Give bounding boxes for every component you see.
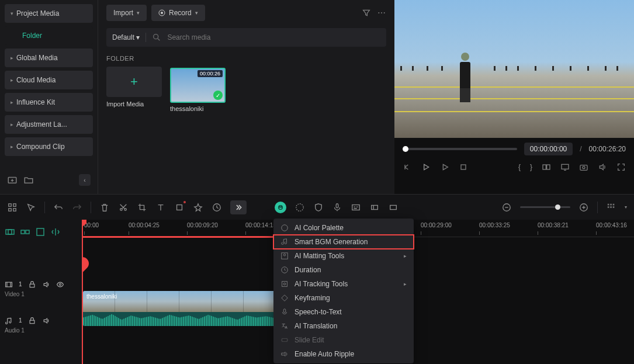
mic-icon[interactable] (332, 202, 342, 213)
menu-ai-matting-tools[interactable]: AI Matting Tools▸ (273, 249, 414, 263)
effects-icon[interactable] (193, 202, 203, 213)
lock-icon[interactable] (28, 280, 36, 289)
keyframe-icon[interactable] (388, 202, 399, 213)
collapse-sidebar-button[interactable]: ‹ (79, 174, 91, 186)
mute-icon[interactable] (42, 317, 50, 325)
marker-icon[interactable] (369, 202, 380, 213)
timeline-clip[interactable]: thessaloniki (83, 291, 276, 326)
svg-rect-10 (562, 164, 569, 169)
menu-duration[interactable]: Duration (273, 263, 414, 277)
svg-point-12 (583, 167, 585, 169)
mark-in-icon[interactable]: { (518, 163, 521, 171)
filter-icon[interactable] (362, 8, 371, 18)
svg-rect-32 (610, 203, 612, 205)
playback-seekbar[interactable] (403, 148, 517, 150)
sort-dropdown[interactable]: Default ▾ (112, 33, 140, 41)
color-icon[interactable] (295, 202, 305, 213)
clock-icon (280, 266, 289, 274)
menu-speech-to-text[interactable]: Speech-to-Text (273, 305, 414, 319)
sidebar-item-folder[interactable]: Folder (5, 26, 93, 45)
menu-ai-color-palette[interactable]: AI Color Palette (273, 221, 414, 235)
sidebar-item-project-media[interactable]: ▾Project Media (5, 4, 93, 23)
import-media-tile[interactable]: + Import Media (106, 67, 162, 112)
svg-rect-35 (610, 206, 612, 208)
redo-icon[interactable] (72, 202, 82, 213)
import-button[interactable]: Import▾ (106, 5, 147, 21)
play-icon[interactable] (421, 162, 431, 172)
chevron-down-icon: ▾ (137, 10, 140, 16)
search-icon (152, 33, 161, 42)
subtitle-icon[interactable] (351, 202, 361, 213)
ai-assistant-icon[interactable] (275, 202, 286, 213)
sidebar-item-cloud-media[interactable]: ▸Cloud Media (5, 71, 93, 89)
svg-point-4 (381, 12, 382, 13)
svg-rect-15 (9, 208, 11, 210)
snapshot-icon[interactable] (579, 162, 588, 172)
volume-icon[interactable] (598, 162, 607, 172)
speech-icon (280, 308, 289, 316)
svg-rect-8 (543, 165, 546, 169)
transform-icon[interactable] (174, 202, 185, 213)
caret-right-icon: ▸ (11, 55, 16, 61)
grid-icon[interactable] (7, 202, 18, 213)
track-toggle-3-icon[interactable] (35, 227, 46, 237)
add-folder-icon[interactable] (7, 175, 18, 185)
svg-point-22 (279, 206, 280, 207)
folder-icon[interactable] (23, 175, 34, 185)
display-icon[interactable] (560, 162, 570, 172)
text-icon[interactable] (155, 202, 166, 213)
undo-icon[interactable] (53, 202, 64, 213)
next-frame-icon[interactable] (440, 162, 449, 172)
media-panel: Import▾ Record▾ Default ▾ FOLDER + Impor… (98, 0, 394, 194)
chevron-down-icon[interactable]: ▾ (625, 204, 627, 210)
media-clip-tile[interactable]: 00:00:26 ✓ thessaloniki (170, 67, 226, 112)
fullscreen-icon[interactable] (616, 162, 626, 172)
more-tools-button[interactable] (230, 200, 247, 214)
sidebar: ▾Project Media Folder ▸Global Media ▸Clo… (0, 0, 98, 194)
track-toggle-4-icon[interactable] (50, 227, 61, 237)
playhead[interactable] (82, 220, 83, 364)
track-toggle-2-icon[interactable] (20, 227, 30, 237)
svg-rect-19 (177, 204, 182, 210)
visibility-icon[interactable] (56, 280, 64, 289)
menu-smart-bgm-generation[interactable]: Smart BGM Generation (273, 235, 414, 249)
sidebar-item-adjustment-layer[interactable]: ▸Adjustment La... (5, 115, 93, 134)
track-toggle-1-icon[interactable] (5, 227, 15, 237)
stop-icon[interactable] (459, 162, 468, 172)
sidebar-item-global-media[interactable]: ▸Global Media (5, 48, 93, 67)
sidebar-item-influence-kit[interactable]: ▸Influence Kit (5, 93, 93, 112)
cut-icon[interactable] (118, 202, 129, 213)
svg-point-48 (283, 254, 286, 256)
zoom-out-icon[interactable] (501, 202, 512, 213)
zoom-in-icon[interactable] (578, 202, 589, 213)
selector-icon[interactable] (26, 202, 36, 213)
menu-keyframing[interactable]: Keyframing (273, 291, 414, 305)
record-button[interactable]: Record▾ (151, 5, 205, 21)
mute-icon[interactable] (42, 280, 50, 289)
shield-icon[interactable] (313, 202, 324, 213)
menu-ai-translation[interactable]: AI Translation (273, 319, 414, 333)
preview-panel: 00:00:00:00 / 00:00:26:20 { } (394, 0, 634, 194)
preview-viewport[interactable] (394, 0, 634, 138)
audio-track-header: 1 Audio 1 (5, 307, 77, 342)
speed-icon[interactable] (212, 202, 222, 213)
view-grid-icon[interactable] (606, 202, 616, 213)
menu-ai-tracking-tools[interactable]: AI Tracking Tools▸ (273, 277, 414, 291)
context-menu: AI Color Palette Smart BGM Generation AI… (273, 219, 414, 363)
svg-rect-33 (613, 203, 615, 205)
svg-rect-11 (580, 165, 587, 171)
sidebar-item-compound-clip[interactable]: ▸Compound Clip (5, 137, 93, 156)
caret-right-icon: ▸ (11, 122, 16, 127)
more-icon[interactable] (377, 8, 386, 18)
compare-icon[interactable] (542, 162, 551, 172)
prev-frame-icon[interactable] (403, 162, 412, 172)
menu-enable-auto-ripple[interactable]: Enable Auto Ripple (273, 347, 414, 361)
search-input[interactable] (167, 33, 380, 41)
delete-icon[interactable] (99, 202, 110, 213)
crop-icon[interactable] (137, 202, 147, 213)
tracking-icon (280, 280, 289, 288)
zoom-slider[interactable] (520, 206, 570, 208)
mark-out-icon[interactable]: } (530, 163, 532, 171)
lock-icon[interactable] (28, 317, 36, 325)
svg-rect-52 (283, 309, 286, 313)
